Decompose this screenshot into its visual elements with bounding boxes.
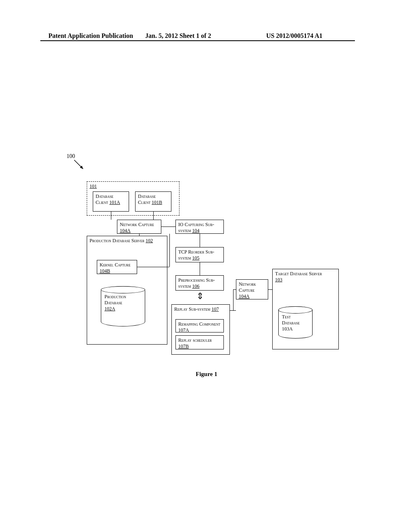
connector bbox=[153, 212, 154, 220]
replay-scheduler: Replay scheduler 107B bbox=[175, 335, 224, 349]
connector bbox=[161, 227, 175, 227]
preprocessing-ref: 106 bbox=[192, 283, 200, 289]
database-client-b-ref: 101B bbox=[152, 200, 162, 205]
kernel-capture: Kernel Capture 104B bbox=[97, 260, 137, 274]
connector bbox=[111, 212, 111, 220]
test-database-label: Test Database bbox=[282, 314, 300, 326]
remapping-component: Remapping Component 107A bbox=[175, 319, 224, 332]
kernel-capture-label: Kernel Capture bbox=[100, 262, 131, 268]
pointer-arrow-icon bbox=[73, 159, 86, 171]
tcp-reorder-subsystem: TCP Reorder Sub-system 105 bbox=[175, 247, 224, 262]
header-rule bbox=[40, 40, 355, 41]
header-date-sheet: Jan. 5, 2012 Sheet 1 of 2 bbox=[145, 32, 211, 39]
connector bbox=[268, 289, 272, 290]
test-database: Test Database 103A bbox=[278, 306, 313, 339]
connector bbox=[139, 234, 140, 236]
replay-scheduler-ref: 107B bbox=[178, 343, 189, 349]
remapping-label: Remapping Component bbox=[178, 321, 220, 327]
replay-label: Replay Sub-system bbox=[174, 306, 211, 312]
system-diagram: 100 101 Database Client 101A Database Cl… bbox=[65, 153, 347, 379]
system-ref-number: 100 bbox=[67, 153, 75, 160]
network-capture-target-ref: 104A bbox=[239, 293, 250, 299]
database-client-a-ref: 101A bbox=[109, 200, 120, 205]
network-capture-target: Network Capture 104A bbox=[236, 279, 268, 299]
production-server-ref: 102 bbox=[146, 238, 153, 243]
connector bbox=[137, 267, 169, 267]
production-database-label: Production Database bbox=[104, 294, 126, 305]
production-database-ref: 102A bbox=[104, 306, 115, 312]
connector bbox=[169, 234, 170, 267]
io-capturing-ref: 104 bbox=[192, 228, 200, 233]
replay-ref: 107 bbox=[211, 306, 219, 312]
tcp-reorder-ref: 105 bbox=[192, 255, 200, 261]
production-server-label: Production Database Server bbox=[90, 238, 146, 243]
connector bbox=[200, 234, 200, 247]
clients-group-ref: 101 bbox=[90, 183, 97, 189]
network-capture-target-label: Network Capture bbox=[239, 281, 256, 293]
replay-scheduler-label: Replay scheduler bbox=[178, 337, 212, 343]
io-capturing-subsystem: IO Capturing Sub-system 104 bbox=[175, 220, 224, 234]
production-database: Production Database 102A bbox=[101, 286, 145, 326]
connector bbox=[200, 262, 200, 275]
preprocessing-subsystem: Preprocessing Sub-system 106 bbox=[175, 275, 224, 291]
bidirectional-arrow-icon: ⇕ bbox=[196, 292, 204, 301]
database-client-b: Database Client 101B bbox=[135, 191, 171, 212]
database-client-a: Database Client 101A bbox=[93, 191, 129, 212]
test-database-ref: 103A bbox=[282, 326, 293, 332]
target-server-label: Target Database Server bbox=[275, 271, 322, 276]
network-capture: Network Capture 104A bbox=[117, 220, 161, 234]
remapping-ref: 107A bbox=[178, 327, 189, 333]
network-capture-label: Network Capture bbox=[120, 222, 154, 227]
target-server-ref: 103 bbox=[275, 277, 282, 283]
header-patent-number: US 2012/0005174 A1 bbox=[266, 32, 323, 39]
network-capture-ref: 104A bbox=[120, 228, 131, 233]
figure-caption: Figure 1 bbox=[0, 371, 413, 378]
connector bbox=[233, 289, 234, 310]
connector bbox=[230, 310, 236, 311]
header-publication: Patent Application Publication bbox=[48, 32, 133, 39]
kernel-capture-ref: 104B bbox=[100, 268, 110, 274]
